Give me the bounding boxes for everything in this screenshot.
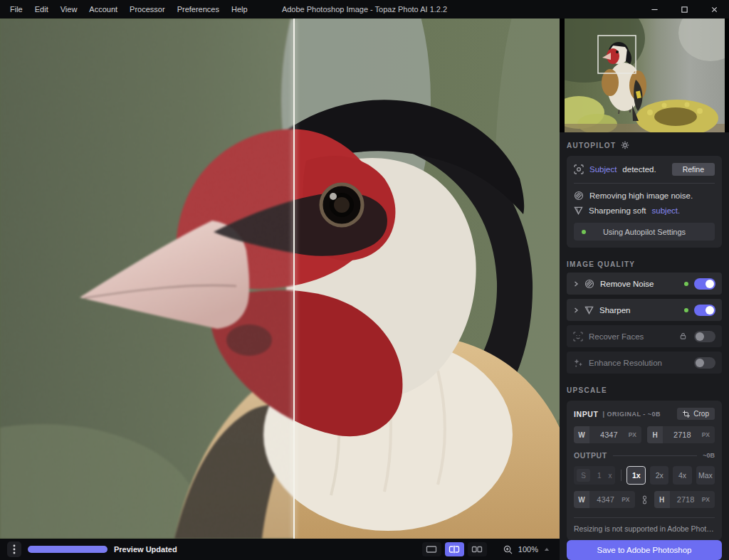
status-menu-button[interactable] — [7, 541, 21, 557]
scale-value[interactable]: 1 — [597, 472, 602, 480]
sharpen-active-dot — [684, 308, 688, 312]
split-view-button[interactable] — [445, 542, 464, 556]
topaz-photo-ai-window: File Edit View Account Processor Prefere… — [0, 0, 729, 560]
image-preview-canvas[interactable] — [0, 19, 560, 539]
minimize-button[interactable] — [649, 4, 659, 14]
scale-4x-button[interactable]: 4x — [673, 466, 691, 485]
recover-faces-toggle[interactable] — [694, 331, 715, 342]
input-height-value: 2718 — [663, 430, 702, 439]
input-height-field[interactable]: H 2718 PX — [647, 426, 715, 443]
output-width-field[interactable]: W 4347 PX — [574, 491, 635, 508]
output-label: OUTPUT — [574, 451, 607, 460]
output-height-value: 2718 — [670, 495, 702, 504]
scale-divider — [621, 470, 622, 481]
remove-noise-active-dot — [684, 282, 688, 286]
enhance-resolution-row[interactable]: Enhance Resolution — [567, 352, 722, 374]
split-view-icon — [449, 545, 460, 554]
crop-button[interactable]: Crop — [677, 408, 715, 420]
crop-label: Crop — [693, 410, 709, 418]
subject-link[interactable]: Subject — [589, 165, 617, 174]
upscale-divider — [574, 517, 715, 518]
titlebar: File Edit View Account Processor Prefere… — [0, 0, 729, 19]
resize-note: Resizing is not supported in Adobe Photo… — [574, 524, 715, 533]
link-dimensions-icon[interactable] — [641, 495, 649, 504]
menu-preferences[interactable]: Preferences — [177, 5, 219, 14]
autopilot-card: Subject detected. Refine Removing high i… — [567, 156, 722, 248]
remove-noise-icon — [584, 279, 594, 289]
sharpen-row[interactable]: Sharpen — [567, 299, 722, 321]
side-by-side-view-button[interactable] — [468, 542, 487, 556]
progress-bar — [28, 546, 107, 553]
menu-help[interactable]: Help — [231, 5, 248, 14]
px-unit: PX — [702, 496, 715, 503]
scale-2x-button[interactable]: 2x — [650, 466, 668, 485]
width-label: W — [574, 491, 589, 508]
close-icon — [710, 6, 718, 14]
enhance-resolution-toggle[interactable] — [694, 357, 715, 369]
remove-noise-row[interactable]: Remove Noise — [567, 273, 722, 295]
sharpen-status-row: Sharpening soft subject. — [574, 206, 715, 215]
autopilot-header: AUTOPILOT — [567, 141, 722, 149]
gear-icon[interactable] — [621, 141, 629, 149]
dots-vertical-icon — [13, 544, 16, 554]
chevron-right-icon[interactable] — [573, 281, 579, 287]
sidebar: AUTOPILOT Subject detected. Refine — [560, 19, 729, 560]
recover-faces-row[interactable]: Recover Faces — [567, 325, 722, 347]
menu-view[interactable]: View — [61, 5, 78, 14]
split-view-divider[interactable] — [293, 19, 295, 539]
input-dimensions: W 4347 PX H 2718 PX — [574, 426, 715, 443]
save-to-photoshop-button[interactable]: Save to Adobe Photoshop — [567, 540, 722, 560]
crop-icon — [683, 411, 690, 418]
zoom-caret-up-icon[interactable] — [544, 547, 550, 551]
px-unit: PX — [622, 496, 634, 503]
custom-scale-field[interactable]: S 1 x — [574, 466, 615, 485]
subject-detect-icon — [574, 164, 584, 174]
image-quality-header: IMAGE QUALITY — [567, 260, 722, 268]
window-controls — [649, 4, 719, 14]
autopilot-active-dot — [582, 230, 586, 234]
maximize-button[interactable] — [679, 4, 689, 14]
close-button[interactable] — [709, 4, 719, 14]
output-height-field[interactable]: H 2718 PX — [654, 491, 715, 508]
output-dimensions: W 4347 PX H 2718 PX — [574, 491, 715, 508]
menu-file[interactable]: File — [10, 5, 23, 14]
statusbar: Preview Updated — [0, 539, 560, 560]
menu-account[interactable]: Account — [89, 5, 117, 14]
status-text: Preview Updated — [114, 545, 177, 554]
px-unit: PX — [629, 431, 641, 438]
sharpen-subject-link[interactable]: subject. — [652, 206, 681, 215]
zoom-in-icon[interactable] — [503, 545, 513, 554]
noise-status-text: Removing high image noise. — [589, 191, 693, 200]
input-width-field[interactable]: W 4347 PX — [574, 426, 641, 443]
sharpen-toggle[interactable] — [694, 305, 715, 316]
upscale-header-label: UPSCALE — [567, 386, 607, 394]
noise-icon — [574, 191, 584, 201]
zoom-level[interactable]: 100% — [518, 545, 538, 554]
navigator[interactable] — [560, 19, 729, 132]
menu-processor[interactable]: Processor — [130, 5, 165, 14]
autopilot-header-label: AUTOPILOT — [567, 142, 616, 149]
output-line — [613, 455, 697, 456]
menu-edit[interactable]: Edit — [35, 5, 48, 14]
scale-max-button[interactable]: Max — [696, 466, 715, 485]
px-unit: PX — [702, 431, 715, 438]
recover-faces-icon — [573, 332, 583, 342]
remove-noise-toggle[interactable] — [694, 278, 715, 290]
scale-1x-button[interactable]: 1x — [626, 466, 646, 485]
enhance-resolution-label: Enhance Resolution — [589, 359, 662, 367]
autopilot-divider — [574, 183, 715, 184]
sharpen-label: Sharpen — [599, 306, 630, 315]
refine-button[interactable]: Refine — [672, 163, 715, 176]
autopilot-settings-button[interactable]: Using Autopilot Settings — [574, 223, 715, 241]
sharpen-status-text: Sharpening soft — [589, 206, 646, 215]
output-width-value: 4347 — [589, 495, 622, 504]
side-by-side-icon — [471, 545, 483, 554]
enhance-resolution-icon — [573, 358, 583, 368]
sharpen-icon — [584, 305, 594, 315]
single-view-button[interactable] — [422, 542, 441, 556]
image-quality-header-label: IMAGE QUALITY — [567, 260, 635, 268]
chevron-right-icon[interactable] — [573, 307, 579, 313]
upscale-card: INPUT | ORIGINAL - ~0B Crop W 4347 PX — [567, 401, 722, 540]
output-size: ~0B — [703, 452, 715, 459]
maximize-icon — [681, 6, 688, 14]
